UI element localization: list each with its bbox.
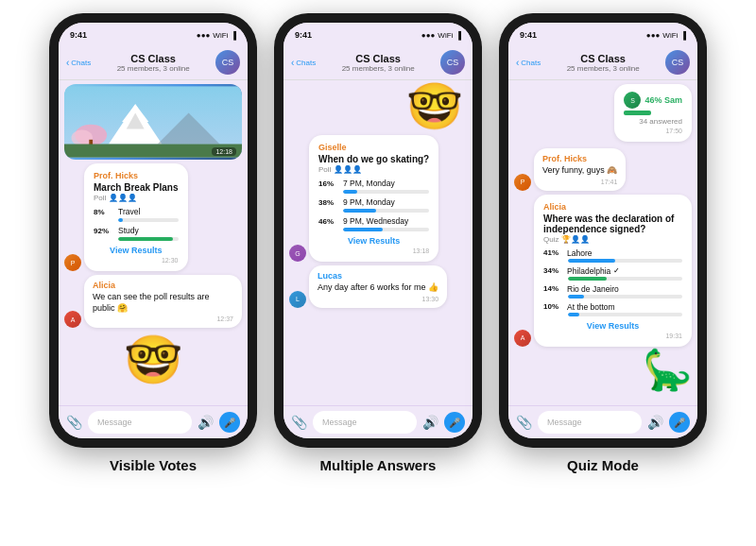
phone1-status-bar: 9:41 ●●● WiFi ▐ — [59, 23, 248, 47]
phone1-view-results[interactable]: View Results — [94, 246, 179, 255]
phone3-label: Quiz Mode — [567, 457, 639, 473]
phone3-audio-icon[interactable]: 🔊 — [647, 415, 663, 430]
phone1-time: 9:41 — [70, 30, 87, 40]
phone3-view-results[interactable]: View Results — [543, 321, 682, 331]
phone1-attach-icon[interactable]: 📎 — [66, 415, 82, 430]
phone1-message-input[interactable]: Message — [88, 411, 192, 434]
phone3-attach-icon[interactable]: 📎 — [516, 415, 532, 430]
phone3-quiz-question: Where was the declaration of independenc… — [543, 213, 682, 234]
phone2-status-icons: ●●● WiFi ▐ — [421, 31, 461, 40]
phone3-chat-header: ‹ Chats CS Class 25 members, 3 online CS — [508, 47, 697, 80]
phone1-screen: 9:41 ●●● WiFi ▐ ‹ Chats CS Class 2 — [59, 23, 248, 438]
phone2-mic-button[interactable]: 🎤 — [444, 412, 465, 433]
phone1-status-icons: ●●● WiFi ▐ — [197, 31, 236, 40]
phone1-prof-avatar: P — [64, 254, 81, 271]
phone2-giselle-avatar: G — [289, 245, 306, 262]
phone2-chat-title: CS Class — [321, 53, 435, 64]
phone1-chat-subtitle: 25 members, 3 online — [96, 64, 210, 73]
phone2-poll-sender: Giselle — [318, 143, 429, 152]
phone1-sticker: 🤓 — [64, 332, 242, 388]
phone2-chat-body: 🤓 G Giselle When do we go skating? Poll … — [284, 80, 472, 405]
phone3-answered-count: 34 answered — [624, 117, 682, 126]
phone3-time: 9:41 — [520, 30, 537, 40]
phone1-alicia-time: 12:37 — [93, 316, 233, 322]
phone3-chat-title: CS Class — [546, 53, 660, 64]
phone1-message-bar: 📎 Message 🔊 🎤 — [59, 405, 248, 438]
phone1-chat-header: ‹ Chats CS Class 25 members, 3 online CS — [59, 47, 248, 80]
phone3-status-bar: 9:41 ●●● WiFi ▐ — [508, 23, 697, 47]
phone2-container: 9:41 ●●● WiFi ▐ ‹ Chats CS Class 25 memb… — [274, 13, 482, 473]
phone3-funny-bubble: Prof. Hicks Very funny, guys 🙈 17:41 — [534, 148, 626, 191]
phone3-quiz-type: Quiz 🏆👤👤 — [543, 235, 682, 244]
phone1-poll-row: P Prof. Hicks March Break Plans Poll 👤👤👤 — [64, 163, 242, 271]
phone2-group-avatar[interactable]: CS — [440, 50, 465, 75]
phone2-lucas-row: L Lucas Any day after 6 works for me 👍 1… — [289, 265, 467, 308]
phone2-screen: 9:41 ●●● WiFi ▐ ‹ Chats CS Class 25 memb… — [284, 23, 472, 438]
phone3-message-input[interactable]: Message — [538, 411, 642, 434]
phone1-chat-body: 12:18 P Prof. Hicks March Break Plans Po… — [59, 80, 248, 405]
phone1-back-button[interactable]: ‹ Chats — [66, 58, 91, 68]
phone1-alicia-avatar: A — [64, 311, 81, 328]
phone1-chat-title: CS Class — [96, 53, 210, 64]
phone1-header-center: CS Class 25 members, 3 online — [96, 53, 210, 73]
phone3-quiz-bubble: Alicia Where was the declaration of inde… — [534, 195, 692, 347]
phone1-alicia-row: A Alicia We can see the poll results are… — [64, 275, 242, 328]
phone3-q-option1: 41% Lahore — [543, 248, 682, 263]
phone1-group-avatar[interactable]: CS — [215, 50, 240, 75]
phone3-header-center: CS Class 25 members, 3 online — [546, 53, 660, 73]
phone1-poll-title: March Break Plans — [94, 182, 179, 193]
phone3-container: 9:41 ●●● WiFi ▐ ‹ Chats CS Class 25 memb… — [499, 13, 707, 473]
phone3-quiz-sender: Alicia — [543, 202, 682, 212]
phone3-first-time: 17:50 — [624, 128, 682, 134]
phone2-message-input[interactable]: Message — [313, 411, 417, 434]
phone3-q-option2: 34% Philadelphia ✓ — [543, 266, 682, 281]
phone2-option2: 38% 9 PM, Monday — [318, 197, 429, 213]
phone3-mic-button[interactable]: 🎤 — [669, 412, 690, 433]
phone1-audio-icon[interactable]: 🔊 — [198, 415, 214, 430]
phone3-funny-time: 17:41 — [542, 179, 617, 185]
phone1-image-timestamp: 12:18 — [212, 147, 236, 156]
phone3-alicia-avatar: A — [514, 330, 531, 347]
phone1-label: Visible Votes — [110, 457, 197, 473]
phone2-poll-row: G Giselle When do we go skating? Poll 👤👤… — [289, 135, 467, 262]
phone1-image-message: 12:18 — [64, 84, 242, 160]
phone3-chat-subtitle: 25 members, 3 online — [546, 64, 660, 73]
phone3-back-button[interactable]: ‹ Chats — [516, 58, 541, 68]
phone2-poll-type: Poll 👤👤👤 — [318, 165, 429, 174]
phone3-dino-sticker: 🦕 — [514, 350, 692, 390]
phone2-chat-subtitle: 25 members, 3 online — [321, 64, 435, 73]
phone3-quiz-row: A Alicia Where was the declaration of in… — [514, 195, 692, 347]
phone2-time: 9:41 — [295, 30, 312, 40]
phone1-poll-sender: Prof. Hicks — [94, 171, 179, 180]
phone1-alicia-text: We can see the poll results are public 🤗 — [93, 292, 233, 314]
phone2-back-button[interactable]: ‹ Chats — [291, 58, 316, 68]
phone2-message-bar: 📎 Message 🔊 🎤 — [284, 405, 472, 438]
phone2-option3: 46% 9 PM, Wednesday — [318, 216, 429, 231]
phone1-container: 9:41 ●●● WiFi ▐ ‹ Chats CS Class 2 — [49, 13, 257, 473]
phone2-status-bar: 9:41 ●●● WiFi ▐ — [284, 23, 472, 47]
phone3-sam-poll: S 46% Sam 34 answered 17:50 — [614, 84, 692, 142]
phone3-group-avatar[interactable]: CS — [665, 50, 690, 75]
phone1-mic-button[interactable]: 🎤 — [219, 412, 240, 433]
phone3-sam-answered: S 46% Sam 34 answered 17:50 — [514, 84, 692, 142]
phone1-poll-time: 12:30 — [94, 257, 179, 264]
phone2-audio-icon[interactable]: 🔊 — [422, 415, 438, 430]
phone2-header-center: CS Class 25 members, 3 online — [321, 53, 435, 73]
phone2-poll-time: 13:18 — [318, 247, 429, 254]
phone2-view-results[interactable]: View Results — [318, 236, 429, 246]
phone2-option1: 16% 7 PM, Monday — [318, 179, 429, 194]
phone3-message-bar: 📎 Message 🔊 🎤 — [508, 405, 697, 438]
phone2-attach-icon[interactable]: 📎 — [291, 415, 307, 430]
phone1-poll-type: Poll 👤👤👤 — [94, 194, 179, 202]
phone1-option2: 92% Study — [94, 226, 179, 241]
phone3-funny-sender: Prof. Hicks — [542, 154, 617, 163]
phone2: 9:41 ●●● WiFi ▐ ‹ Chats CS Class 25 memb… — [274, 13, 482, 448]
phone2-lucas-bubble: Lucas Any day after 6 works for me 👍 13:… — [309, 265, 447, 308]
phone3-chat-body: S 46% Sam 34 answered 17:50 P Prof. Hick — [508, 80, 697, 405]
phone3-funny-text: Very funny, guys 🙈 — [542, 165, 617, 177]
phone3-prof-avatar: P — [514, 174, 531, 191]
phone2-label: Multiple Answers — [320, 457, 437, 473]
phone2-lucas-text: Any day after 6 works for me 👍 — [318, 282, 438, 294]
phone1: 9:41 ●●● WiFi ▐ ‹ Chats CS Class 2 — [49, 13, 257, 448]
phone3-q-option3: 14% Rio de Janeiro — [543, 284, 682, 299]
